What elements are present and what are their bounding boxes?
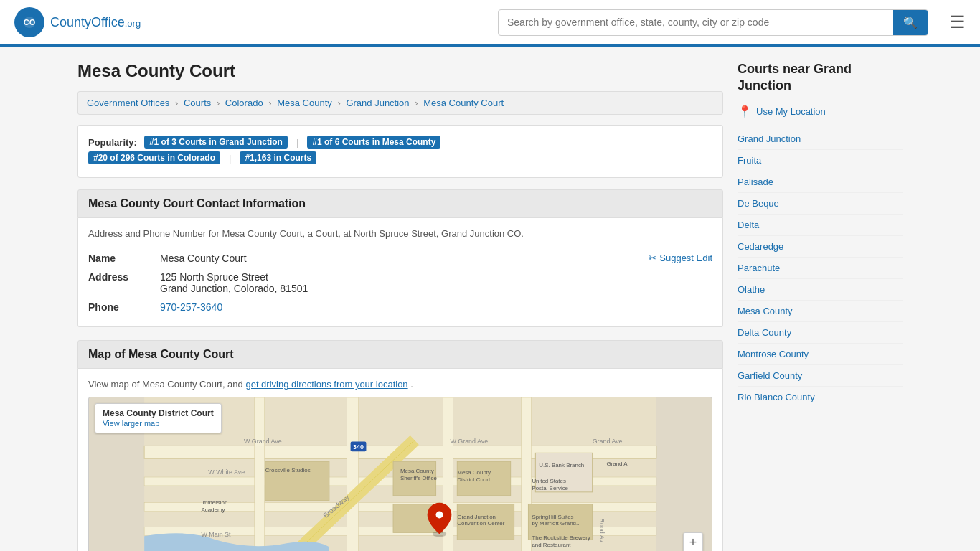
content-area: Mesa County Court Government Offices › C… (77, 61, 723, 551)
svg-text:CO: CO (24, 18, 36, 27)
svg-text:and Restaurant: and Restaurant (532, 542, 571, 548)
svg-rect-11 (255, 397, 265, 551)
svg-text:United States: United States (532, 478, 566, 484)
sidebar-link-de-beque[interactable]: De Beque (738, 193, 903, 214)
svg-text:Grand Junction: Grand Junction (457, 514, 496, 520)
svg-text:W Main St: W Main St (201, 531, 231, 538)
name-label: Name (88, 249, 160, 268)
svg-point-30 (436, 512, 443, 519)
phone-value: 970-257-3640 (160, 298, 712, 316)
list-item: Fruita (738, 150, 903, 171)
list-item: Parachute (738, 258, 903, 279)
contact-address-row: Address 125 North Spruce Street Grand Ju… (88, 268, 712, 298)
sidebar-link-olathe[interactable]: Olathe (738, 279, 903, 300)
main-container: Mesa County Court Government Offices › C… (67, 47, 913, 551)
map-overlay-title: Mesa County District Court (103, 408, 214, 418)
svg-rect-8 (347, 397, 359, 551)
svg-text:Mesa County: Mesa County (400, 468, 434, 474)
breadcrumb-item-gj[interactable]: Grand Junction (346, 98, 409, 108)
sidebar-link-cedaredge[interactable]: Cedaredge (738, 236, 903, 257)
contact-phone-row: Phone 970-257-3640 (88, 298, 712, 316)
map-container[interactable]: Broadway 340 W Grand Ave W Grand Ave Gra… (88, 397, 712, 551)
sidebar-title: Courts near Grand Junction (738, 61, 903, 95)
list-item: De Beque (738, 193, 903, 215)
list-item: Palisade (738, 171, 903, 193)
menu-icon[interactable]: ☰ (950, 12, 966, 32)
sidebar-link-palisade[interactable]: Palisade (738, 171, 903, 192)
svg-text:W White Ave: W White Ave (208, 468, 245, 476)
contact-intro: Address and Phone Number for Mesa County… (88, 228, 712, 239)
list-item: Mesa County (738, 301, 903, 322)
sidebar-link-parachute[interactable]: Parachute (738, 258, 903, 278)
list-item: Delta County (738, 322, 903, 344)
map-overlay: Mesa County District Court View larger m… (95, 403, 222, 433)
breadcrumb-item-mesa[interactable]: Mesa County (277, 98, 332, 108)
site-header: CO CountyOffice.org 🔍 ☰ (0, 0, 980, 47)
list-item: Garfield County (738, 365, 903, 387)
search-button[interactable]: 🔍 (893, 10, 928, 35)
popularity-badge-2: #1 of 6 Courts in Mesa County (307, 136, 440, 149)
popularity-badge-4: #1,163 in Courts (240, 151, 316, 164)
svg-text:District Court: District Court (457, 476, 491, 483)
sidebar-link-fruita[interactable]: Fruita (738, 150, 903, 171)
logo-link[interactable]: CO CountyOffice.org (14, 7, 141, 37)
sidebar-link-delta[interactable]: Delta (738, 215, 903, 235)
sidebar-link-rio-blanco-county[interactable]: Rio Blanco County (738, 387, 903, 408)
breadcrumb-item-colorado[interactable]: Colorado (225, 98, 263, 108)
suggest-edit-button[interactable]: ✂ Suggest Edit (649, 253, 712, 263)
sidebar-link-mesa-county[interactable]: Mesa County (738, 301, 903, 321)
edit-icon: ✂ (649, 253, 656, 263)
map-section-header: Map of Mesa County Court (77, 340, 723, 369)
breadcrumb-item-gov[interactable]: Government Offices (87, 98, 169, 108)
popularity-section: Popularity: #1 of 3 Courts in Grand Junc… (77, 125, 723, 178)
svg-text:Crossville Studios: Crossville Studios (265, 467, 311, 474)
breadcrumb: Government Offices › Courts › Colorado ›… (77, 91, 723, 115)
svg-text:SpringHill Suites: SpringHill Suites (532, 514, 573, 520)
svg-text:Rood Av: Rood Av (598, 519, 606, 543)
list-item: Montrose County (738, 344, 903, 365)
use-my-location-link[interactable]: 📍 Use My Location (738, 105, 903, 118)
breadcrumb-item-courts[interactable]: Courts (184, 98, 211, 108)
list-item: Grand Junction (738, 128, 903, 150)
svg-text:Postal Service: Postal Service (532, 485, 568, 491)
list-item: Rio Blanco County (738, 387, 903, 408)
svg-text:Mesa County: Mesa County (457, 469, 491, 476)
svg-text:U.S. Bank Branch: U.S. Bank Branch (539, 462, 584, 468)
phone-link[interactable]: 970-257-3640 (160, 301, 222, 313)
svg-text:by Marriott Grand...: by Marriott Grand... (532, 520, 580, 527)
contact-table: Name Mesa County Court ✂ Suggest Edit Ad… (88, 249, 712, 316)
location-pin-icon: 📍 (738, 105, 752, 118)
address-label: Address (88, 268, 160, 298)
page-title: Mesa County Court (77, 61, 723, 81)
svg-text:340: 340 (353, 443, 364, 451)
directions-link[interactable]: get driving directions from your locatio… (245, 379, 407, 390)
sidebar-link-montrose-county[interactable]: Montrose County (738, 344, 903, 364)
list-item: Delta (738, 215, 903, 236)
list-item: Cedaredge (738, 236, 903, 258)
sidebar-link-garfield-county[interactable]: Garfield County (738, 365, 903, 386)
breadcrumb-item-court[interactable]: Mesa County Court (423, 98, 504, 108)
svg-text:Convention Center: Convention Center (457, 520, 504, 527)
popularity-badge-3: #20 of 296 Courts in Colorado (88, 151, 220, 164)
popularity-badge-1: #1 of 3 Courts in Grand Junction (144, 136, 288, 149)
svg-text:W Grand Ave: W Grand Ave (450, 438, 488, 445)
search-input[interactable] (499, 11, 893, 34)
search-bar: 🔍 (498, 9, 928, 36)
svg-text:The Rockslide Brewery: The Rockslide Brewery (532, 534, 590, 541)
sidebar: Courts near Grand Junction 📍 Use My Loca… (738, 61, 903, 551)
svg-text:Academy: Academy (201, 507, 225, 513)
svg-text:Sheriff's Office: Sheriff's Office (400, 475, 438, 481)
sidebar-link-grand-junction[interactable]: Grand Junction (738, 128, 903, 149)
sidebar-link-delta-county[interactable]: Delta County (738, 322, 903, 343)
list-item: Olathe (738, 279, 903, 301)
contact-name-row: Name Mesa County Court ✂ Suggest Edit (88, 249, 712, 268)
map-intro: View map of Mesa County Court, and get d… (88, 379, 712, 390)
svg-text:Grand Ave: Grand Ave (593, 438, 623, 445)
view-larger-map-link[interactable]: View larger map (103, 419, 159, 428)
contact-box: Address and Phone Number for Mesa County… (77, 218, 723, 327)
svg-text:Grand A: Grand A (606, 461, 628, 467)
map-zoom-in-button[interactable]: + (683, 532, 703, 551)
svg-text:Immersion: Immersion (201, 499, 227, 506)
name-value: Mesa County Court ✂ Suggest Edit (160, 249, 712, 268)
contact-section-header: Mesa County Court Contact Information (77, 189, 723, 218)
